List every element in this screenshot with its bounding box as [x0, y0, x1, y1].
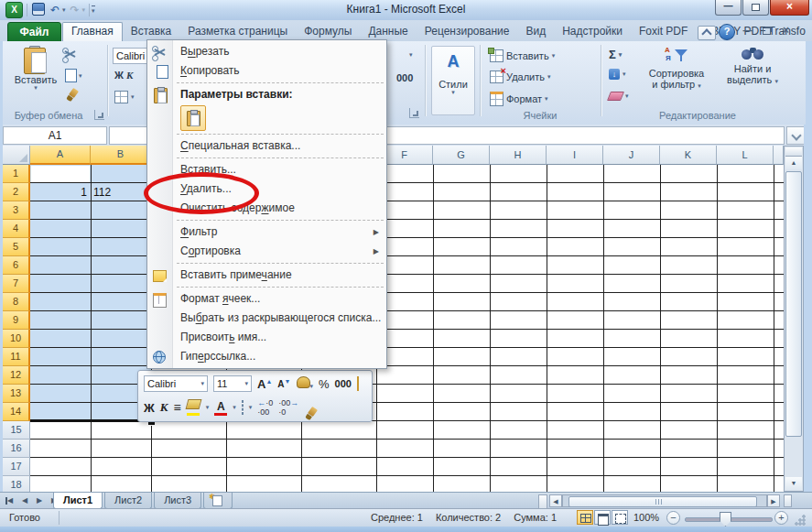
increase-decimal-button[interactable]: ·00→·0 [278, 398, 298, 417]
cell-a2-value[interactable]: 1 [30, 183, 87, 201]
delete-cells-button[interactable]: Удалить▾ [490, 71, 551, 83]
scroll-left-icon[interactable]: ◀ [549, 494, 562, 507]
sheet-tab-1[interactable]: Лист1 [53, 493, 103, 509]
delete-dropdown-icon[interactable]: ▾ [547, 74, 551, 80]
scroll-up-icon[interactable]: ▲ [785, 157, 802, 169]
mini-font-size-combo[interactable]: 11▾ [213, 375, 252, 392]
help-icon[interactable]: ? [719, 24, 735, 40]
mini-borders-button[interactable] [242, 401, 244, 414]
row-header[interactable]: 1 [3, 165, 30, 183]
shrink-font-button[interactable]: А▼ [277, 378, 290, 389]
workbook-close-icon[interactable]: × [778, 25, 794, 38]
tab-page-layout[interactable]: Разметка страницы [179, 22, 296, 41]
row-header[interactable]: 10 [3, 330, 30, 348]
minimize-ribbon-icon[interactable] [698, 26, 716, 40]
h-scroll-thumb[interactable] [568, 496, 757, 507]
column-header-g[interactable]: G [433, 146, 490, 165]
tab-formulas[interactable]: Формулы [296, 22, 360, 41]
column-header-m[interactable]: M [774, 146, 784, 165]
copy-dropdown-icon[interactable]: ▾ [79, 73, 82, 79]
comma-style-button[interactable]: 000 [396, 72, 413, 83]
column-header-b[interactable]: B [91, 146, 151, 165]
scroll-right-icon[interactable]: ▶ [767, 494, 780, 507]
cell-b2-value[interactable]: 112 [93, 183, 111, 201]
v-split-handle[interactable] [785, 147, 802, 157]
menu-item-pick-from-list[interactable]: Выбрать из раскрывающегося списка... [147, 309, 386, 328]
zoom-level[interactable]: 100% [633, 512, 659, 523]
fill-color-dropdown-icon[interactable]: ▾ [206, 404, 210, 411]
mini-borders-dropdown-icon[interactable]: ▾ [249, 404, 253, 411]
column-header-h[interactable]: H [490, 146, 547, 165]
menu-item-filter[interactable]: Фильтр▶ [147, 223, 386, 242]
mini-italic-button[interactable]: К [160, 400, 168, 415]
row-header[interactable]: 14 [3, 403, 30, 421]
next-sheet-icon[interactable]: ▶ [33, 494, 46, 507]
row-header[interactable]: 3 [3, 201, 30, 220]
row-header[interactable]: 7 [3, 275, 30, 293]
name-box[interactable]: A1 [3, 126, 107, 145]
row-header[interactable]: 18 [3, 476, 30, 492]
number-dialog-launcher-icon[interactable] [409, 108, 419, 118]
sheet-tab-2[interactable]: Лист2 [104, 493, 152, 509]
row-header[interactable]: 4 [3, 220, 30, 238]
row-header[interactable]: 2 [3, 183, 30, 201]
borders-icon[interactable] [114, 91, 128, 103]
zoom-thumb[interactable] [720, 512, 731, 527]
font-name-combo[interactable]: Calibri [113, 48, 149, 64]
vertical-scrollbar[interactable]: ▲ ▼ [784, 146, 804, 492]
menu-item-cut[interactable]: Вырезать [147, 42, 386, 61]
autofit-button[interactable] [357, 377, 359, 390]
paste-button[interactable]: Вставить ▾ [12, 46, 60, 91]
row-header[interactable]: 16 [3, 440, 30, 458]
close-button[interactable]: × [770, 0, 809, 16]
prev-sheet-icon[interactable]: ◀ [18, 494, 31, 507]
row-header[interactable]: 8 [3, 293, 30, 311]
italic-button[interactable]: К [126, 70, 133, 81]
autosum-button[interactable]: Σ▾ [609, 48, 622, 61]
font-color-button[interactable]: А [214, 400, 227, 416]
zoom-out-icon[interactable]: − [666, 511, 680, 525]
select-all-corner[interactable] [3, 146, 30, 165]
tab-data[interactable]: Данные [360, 22, 416, 41]
tab-review[interactable]: Рецензирование [417, 22, 518, 41]
menu-item-hyperlink[interactable]: Гиперссылка... [147, 347, 386, 366]
tab-addins[interactable]: Надстройки [554, 22, 631, 41]
menu-item-insert-comment[interactable]: Вставить примечание [147, 266, 386, 285]
active-cell-a1[interactable] [31, 166, 90, 182]
menu-item-insert[interactable]: Вставить... [147, 160, 386, 179]
menu-item-copy[interactable]: Копировать [147, 61, 386, 81]
accounting-format-button[interactable]: ▾ [297, 376, 314, 391]
row-header[interactable]: 12 [3, 366, 30, 385]
mini-font-name-combo[interactable]: Calibri▾ [144, 375, 208, 392]
paste-option-button[interactable] [180, 105, 206, 131]
clear-dropdown-icon[interactable]: ▾ [625, 93, 629, 99]
row-header[interactable]: 9 [3, 311, 30, 330]
page-break-view-button[interactable] [612, 510, 628, 525]
menu-item-format-cells[interactable]: Формат ячеек... [147, 289, 386, 309]
column-header-k[interactable]: K [660, 146, 717, 165]
zoom-in-icon[interactable]: + [774, 511, 788, 525]
fill-button[interactable]: ↓▾ [609, 69, 626, 80]
styles-button[interactable]: А Стили ▾ [431, 46, 475, 115]
row-header[interactable]: 5 [3, 238, 30, 256]
tab-foxit-pdf[interactable]: Foxit PDF [631, 22, 696, 41]
mini-align-button[interactable]: ≡ [174, 400, 181, 415]
fill-dropdown-icon[interactable]: ▾ [623, 71, 626, 77]
paste-dropdown-icon[interactable]: ▾ [34, 85, 38, 91]
v-scroll-thumb[interactable] [785, 171, 802, 437]
bold-button[interactable]: Ж [114, 70, 124, 81]
insert-cells-button[interactable]: Вставить▾ [490, 49, 555, 62]
number-format-dropdown-icon[interactable]: ▾ [409, 52, 413, 58]
comma-style-button[interactable]: 000 [335, 378, 352, 389]
sheet-tab-3[interactable]: Лист3 [154, 493, 201, 509]
scroll-down-icon[interactable]: ▼ [785, 477, 802, 490]
row-header[interactable]: 11 [3, 348, 30, 366]
row-header[interactable]: 6 [3, 256, 30, 275]
workbook-restore-icon[interactable] [759, 25, 774, 38]
percent-style-button[interactable]: % [319, 377, 330, 391]
tab-file[interactable]: Файл [7, 22, 61, 43]
sort-filter-button[interactable]: АЯ Сортировка и фильтр ▾ [640, 47, 713, 90]
copy-button[interactable]: ▾ [65, 69, 82, 82]
find-select-button[interactable]: Найти и выделить ▾ [719, 47, 786, 85]
menu-item-clear-contents[interactable]: Очистить содержимое [147, 199, 386, 218]
